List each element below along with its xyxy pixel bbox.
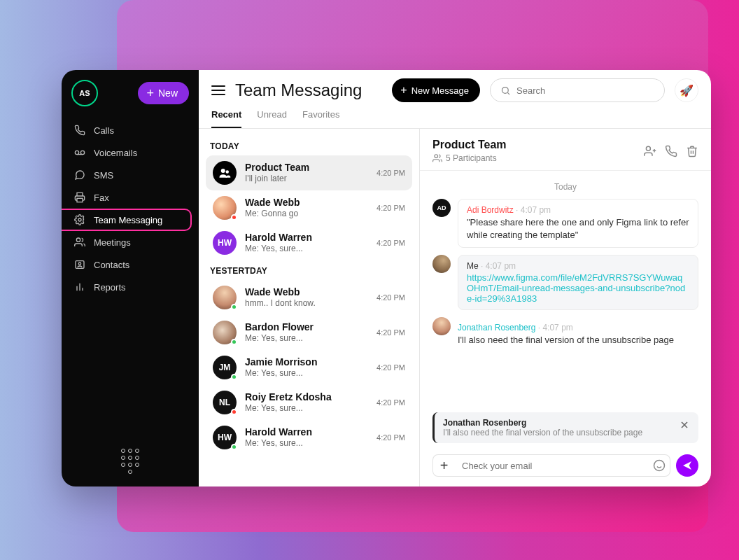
page-title: Team Messaging [235,80,362,100]
avatar [432,317,451,335]
sidebar-item-team-messaging[interactable]: Team Messaging [62,209,190,231]
compose-input[interactable] [455,454,648,477]
topbar: Team Messaging + New Message 🚀 [199,70,711,102]
conversation-item[interactable]: Product Team I'll join later 4:20 PM [206,155,412,190]
plus-icon: + [146,87,154,99]
plus-icon: + [400,84,407,97]
sidebar-top: AS + New [62,80,199,115]
users-icon [74,237,85,248]
conversation-name: Product Team [245,161,368,174]
group-avatar-icon [213,161,237,185]
message-time: · 4:07 pm [516,205,551,215]
svg-point-13 [221,169,225,173]
app-window: AS + New Calls Voicemails SMS Fax [62,70,711,486]
new-button-label: New [158,88,178,99]
contacts-icon [74,259,85,270]
sidebar-item-label: SMS [94,170,113,181]
attach-button[interactable]: + [432,454,455,477]
svg-point-16 [646,146,650,150]
new-message-button[interactable]: + New Message [392,78,480,102]
conversation-item[interactable]: Bardon Flower Me: Yes, sure... 4:20 PM [206,315,412,350]
message-time: · 4:07 pm [538,323,573,332]
svg-line-12 [507,92,509,94]
phone-icon[interactable] [665,145,677,158]
message-text: "Please share here the one and only Figm… [467,216,689,241]
message-sender: Adi Bordwitz [467,205,514,215]
sidebar-item-fax[interactable]: Fax [62,186,190,209]
bar-chart-icon [74,281,85,293]
participants: 5 Participants [432,153,507,163]
message-link[interactable]: https://www.figma.com/file/eM2FdVRRS7SGY… [467,272,685,304]
conversation-time: 4:20 PM [376,398,405,407]
chat-pane: Product Team 5 Participants Today [420,129,711,486]
svg-point-5 [76,238,80,241]
dialpad-icon [121,449,139,474]
conversation-snippet: Me: Yes, sure... [245,438,368,449]
conversation-snippet: Me: Gonna go [245,209,368,220]
svg-point-14 [226,170,230,174]
conversation-item[interactable]: Wade Webb Me: Gonna go 4:20 PM [206,190,412,225]
tab-unread[interactable]: Unread [257,109,287,128]
svg-rect-3 [77,198,83,202]
sidebar-item-label: Team Messaging [94,215,162,225]
sidebar-item-label: Contacts [94,260,129,270]
hamburger-icon[interactable] [211,85,225,95]
main-pane: Team Messaging + New Message 🚀 Recent Un… [199,70,711,486]
sidebar-item-label: Fax [94,192,109,203]
reply-sender: Jonathan Rosenberg [443,418,675,428]
sidebar-item-reports[interactable]: Reports [62,276,190,298]
section-today: TODAY [206,136,412,155]
sidebar-item-contacts[interactable]: Contacts [62,253,190,276]
message-bubble: Me · 4:07 pm https://www.figma.com/file/… [458,255,698,310]
conversation-name: Harold Warren [245,231,368,244]
conversation-item[interactable]: NL Roiy Eretz Kdosha Me: Yes, sure... 4:… [206,385,412,420]
send-button[interactable] [676,454,698,477]
chat-body[interactable]: Today AD Adi Bordwitz · 4:07 pm "Please … [420,171,711,412]
message-text: I'll also need the final version of the … [458,334,674,346]
svg-point-11 [502,87,509,93]
avatar: HW [213,426,237,449]
message-sender: Me [467,261,479,271]
sidebar-item-calls[interactable]: Calls [62,119,190,141]
conversation-item[interactable]: Wade Webb hmm.. I dont know. 4:20 PM [206,280,412,315]
search-icon [500,85,511,96]
new-button[interactable]: + New [138,82,189,104]
conversation-list[interactable]: TODAY Product Team I'll join later 4:20 … [199,129,420,486]
avatar-me[interactable]: AS [71,80,98,106]
participants-label: 5 Participants [446,153,497,163]
sidebar-item-voicemails[interactable]: Voicemails [62,141,190,164]
close-icon [679,419,690,430]
trash-icon[interactable] [686,145,698,158]
sidebar-item-label: Meetings [94,237,131,248]
close-reply-button[interactable] [677,418,691,432]
sidebar-item-meetings[interactable]: Meetings [62,231,190,253]
avatar: JM [213,356,237,379]
phone-icon [74,125,85,136]
message-sender: Jonathan Rosenberg [458,323,535,332]
voicemail-icon [74,147,85,158]
conversation-snippet: I'll join later [245,174,368,185]
conversation-item[interactable]: HW Harold Warren Me: Yes, sure... 4:20 P… [206,225,412,260]
tab-recent[interactable]: Recent [211,109,241,128]
tab-favorites[interactable]: Favorites [302,109,339,128]
reply-text: I'll also need the final version of the … [443,428,675,438]
search-box[interactable] [490,78,665,102]
conversation-snippet: hmm.. I dont know. [245,298,368,309]
conversation-item[interactable]: HW Harold Warren Me: Yes, sure... 4:20 P… [206,420,412,455]
avatar: NL [213,391,237,414]
chat-header-actions [644,145,698,158]
avatar [213,321,237,344]
sidebar-item-sms[interactable]: SMS [62,164,190,186]
plus-icon: + [440,458,449,474]
conversation-item[interactable]: JM Jamie Morrison Me: Yes, sure... 4:20 … [206,350,412,385]
search-input[interactable] [516,85,654,96]
dialpad-button[interactable] [121,449,139,474]
new-message-label: New Message [411,85,469,96]
avatar [432,255,451,273]
rocket-button[interactable]: 🚀 [675,78,698,102]
conversation-time: 4:20 PM [376,328,405,337]
emoji-button[interactable] [648,454,670,477]
message-row: Me · 4:07 pm https://www.figma.com/file/… [432,255,698,310]
add-user-icon[interactable] [644,145,656,158]
svg-point-0 [75,150,78,154]
